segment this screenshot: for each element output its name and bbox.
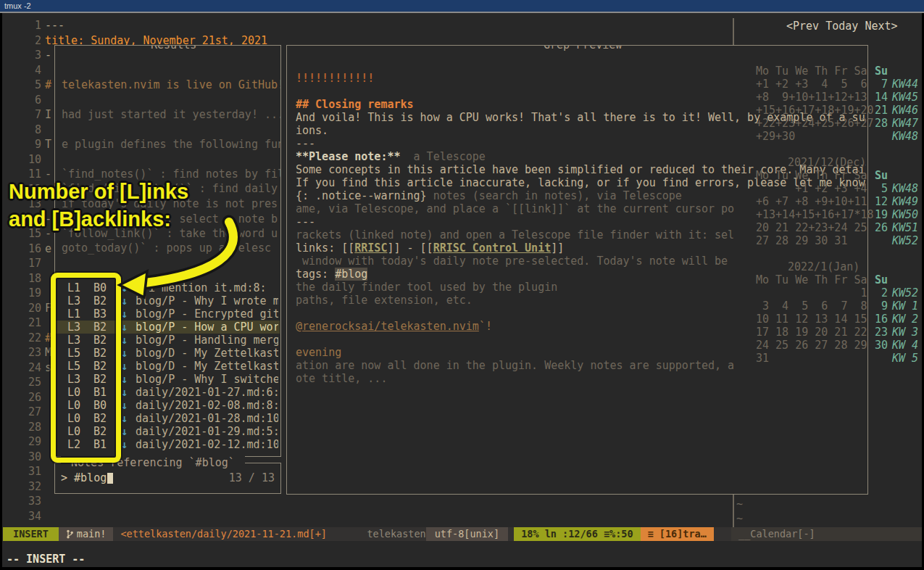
calendar-sunday-date[interactable]: 12 bbox=[869, 195, 888, 208]
wiki-link[interactable]: RRISC bbox=[354, 241, 387, 255]
preview-line: ote title, ... bbox=[296, 372, 866, 385]
telescope-prompt-input[interactable]: > #blog bbox=[61, 471, 113, 484]
result-filename: daily/2021-02-12.md:10 bbox=[136, 438, 278, 451]
gutter-line-number: 4 bbox=[22, 63, 41, 78]
git-branch-name: main! bbox=[77, 528, 107, 540]
gutter-line-number: 8 bbox=[22, 123, 41, 137]
gutter-line-number: 6 bbox=[22, 93, 41, 107]
statusline: INSERT main! <ettelkasten/daily/2021-11-… bbox=[3, 527, 731, 541]
markdown-icon: ↓ bbox=[121, 399, 128, 412]
calendar-sunday-date[interactable]: 2 bbox=[869, 286, 888, 300]
gutter-line-number: 7 bbox=[22, 107, 41, 122]
calendar-week-number: KW 4 bbox=[892, 339, 918, 352]
markdown-icon: ↓ bbox=[121, 386, 128, 399]
calendar-sunday-date[interactable]: 23 bbox=[869, 326, 888, 339]
preview-text: ]] - [[ bbox=[387, 241, 433, 255]
calendar-prev-button[interactable]: <Prev bbox=[786, 20, 819, 33]
preview-text: ions. bbox=[296, 124, 328, 137]
terminal: ~ ~ <Prev Today Next> Mo Tu We Th Fr SaS… bbox=[2, 13, 922, 567]
preview-line: --- bbox=[296, 137, 866, 150]
gutter-line-number: 32 bbox=[22, 479, 41, 494]
grep-preview-window: Grep Preview !!!!!!!!!!!!## Closing rema… bbox=[286, 45, 868, 495]
markdown-icon: ↓ bbox=[121, 321, 128, 334]
whitespace-warning-segment: ≡ [16]tra… bbox=[641, 527, 714, 541]
preview-text: `! bbox=[479, 320, 492, 333]
preview-line: **Please note:** a Telescope bbox=[296, 150, 866, 163]
preview-line: !!!!!!!!!!!! bbox=[296, 72, 866, 85]
preview-line: If you find this article inaccurate, lac… bbox=[296, 176, 866, 189]
wiki-link[interactable]: RRISC Control Unit bbox=[433, 241, 552, 255]
preview-line: ation are now all done in the plugin. We… bbox=[296, 359, 866, 372]
gutter-line-number: 26 bbox=[22, 390, 41, 405]
markdown-icon: ↓ bbox=[121, 294, 128, 307]
calendar-week-number: KW 1 bbox=[892, 300, 918, 313]
result-filename: blog/P - Encrypted git bbox=[136, 307, 278, 321]
result-counter: 13 / 13 bbox=[229, 471, 275, 484]
preview-line: @renerocksai/telekasten.nvim`! bbox=[296, 320, 866, 333]
preview-text: --- bbox=[296, 137, 315, 150]
gutter-line-number: 1 bbox=[22, 18, 41, 33]
background-text: telekasten.nvim is live on GitHub! bbox=[62, 78, 281, 91]
background-text: e plugin defines the following fun bbox=[62, 138, 281, 151]
calendar-sunday-date[interactable]: 16 bbox=[869, 313, 888, 326]
cursor-position-segment: 18% ln :12/66 ≡%:50 bbox=[514, 527, 640, 541]
preview-text: tags: bbox=[296, 268, 335, 281]
result-filename: blog/P - Handling merg bbox=[136, 334, 278, 347]
calendar-sunday-date[interactable]: 30 bbox=[869, 339, 888, 352]
preview-line: --- bbox=[296, 215, 866, 228]
calendar-sunday-date[interactable]: 26 bbox=[869, 221, 888, 234]
result-filename: blog/D - My Zettelkast bbox=[136, 360, 278, 373]
buffer-line: --- bbox=[45, 18, 64, 33]
calendar-nav: <Prev Today Next> bbox=[786, 20, 898, 33]
preview-line: window with today's daily note pre-selec… bbox=[296, 255, 866, 268]
gutter-line-number: 2 bbox=[22, 33, 41, 48]
calendar-sunday-date[interactable]: 21 bbox=[869, 104, 888, 117]
preview-text: renerocksai/telekasten.nvim bbox=[302, 320, 479, 333]
calendar-sunday-date[interactable]: 7 bbox=[869, 78, 888, 91]
result-filename: daily/2021-01-27.md:6: bbox=[136, 386, 278, 399]
calendar-sunday-date[interactable]: 28 bbox=[869, 117, 888, 130]
preview-text: ame, via Telescope, and place a `[[link]… bbox=[296, 202, 734, 215]
markdown-icon: ↓ bbox=[121, 281, 128, 294]
preview-line: rackets (linked note) and open a Telesco… bbox=[296, 228, 866, 241]
git-branch-segment: main! bbox=[59, 527, 114, 541]
calendar-week-number: KW50 bbox=[892, 208, 918, 221]
preview-text: ## Closing remarks bbox=[296, 98, 414, 111]
mode-indicator: INSERT bbox=[3, 527, 59, 541]
markdown-icon: ↓ bbox=[121, 307, 128, 321]
gutter-line-number: 9 bbox=[22, 137, 41, 152]
calendar-week-number: KW51 bbox=[892, 221, 918, 234]
command-line-mode-text: -- INSERT -- bbox=[7, 553, 85, 566]
prompt-window: Notes referencing `#blog` > #blog 13 / 1… bbox=[54, 463, 281, 494]
git-branch-icon bbox=[66, 529, 74, 539]
preview-text: **Please note:** bbox=[296, 150, 401, 163]
preview-line: paths, file extension, etc. bbox=[296, 294, 866, 307]
calendar-week-number: KW 3 bbox=[892, 326, 918, 339]
calendar-next-button[interactable]: Next> bbox=[865, 20, 897, 33]
markdown-icon: ↓ bbox=[121, 347, 128, 360]
result-filename: daily/2021-01-28.md:10 bbox=[136, 412, 278, 425]
annotation-line-2: and [B]acklinks: bbox=[9, 206, 171, 232]
result-filename: daily/2021-01-29.md:5: bbox=[136, 425, 278, 438]
result-filename: blog/P - Why I switche bbox=[136, 373, 278, 386]
calendar-sunday-date[interactable]: 9 bbox=[869, 300, 888, 313]
calendar-sunday-date[interactable]: 19 bbox=[869, 208, 888, 221]
calendar-week-number: KW 2 bbox=[892, 313, 918, 326]
gutter-line-number: 3 bbox=[22, 48, 41, 62]
calendar-weekday-header-sunday: Su bbox=[869, 273, 888, 286]
markdown-icon: ↓ bbox=[121, 334, 128, 347]
results-window-title: Results bbox=[141, 45, 207, 51]
calendar-today-button[interactable]: Today bbox=[825, 20, 858, 33]
calendar-sunday-date[interactable]: 5 bbox=[869, 182, 888, 195]
terminal-top-edge bbox=[0, 12, 924, 13]
gutter-line-number: 17 bbox=[22, 256, 41, 270]
result-filename: blog/P - How a CPU wor bbox=[136, 321, 278, 334]
gutter-line-number: 20 bbox=[22, 301, 41, 315]
preview-text: links: [[ bbox=[296, 241, 354, 255]
gutter-line-number: 30 bbox=[22, 450, 41, 464]
filetype-label: telekasten bbox=[345, 527, 425, 541]
calendar-sunday-date[interactable]: 14 bbox=[869, 91, 888, 104]
preview-text: window with today's daily note pre-selec… bbox=[296, 255, 728, 268]
buffer-line: - bbox=[45, 48, 51, 62]
gutter-line-number: 23 bbox=[22, 345, 41, 360]
